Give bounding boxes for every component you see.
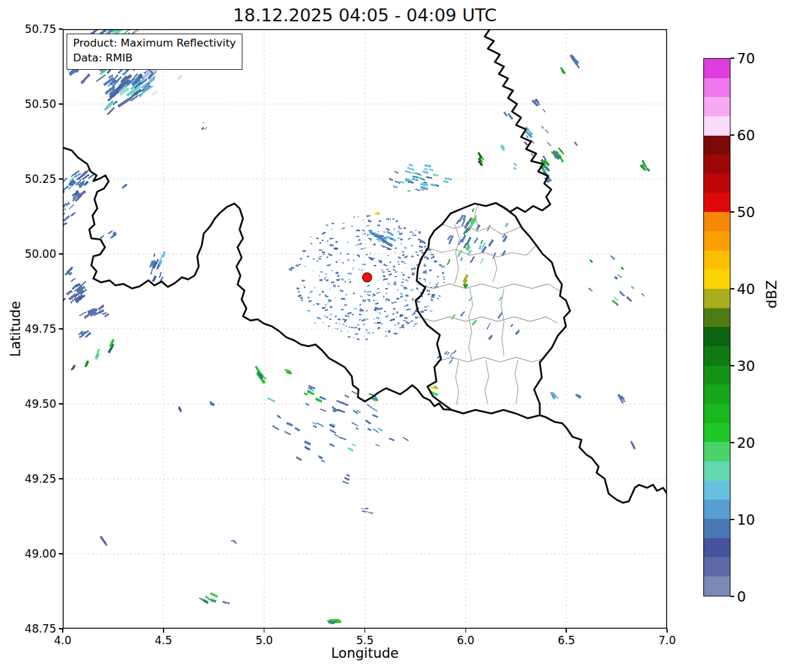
colorbar-band: [704, 78, 730, 98]
echo-cluster-nne-field: [389, 163, 452, 193]
grid-lines: [63, 29, 667, 629]
x-tick-label: 6.5: [558, 634, 575, 647]
border-path-regional: [501, 288, 504, 355]
colorbar-tick-mark: [730, 288, 734, 289]
echo-cluster-ne-right-689: [640, 160, 650, 172]
echo-cluster-dark-west-4: [71, 364, 76, 370]
y-tick-label: 49.00: [17, 547, 56, 560]
echo-cluster-left-edge-upper: [63, 169, 96, 202]
y-tick-label: 50.25: [17, 173, 56, 185]
border-path-regional: [456, 361, 459, 405]
border-path-regional: [442, 224, 522, 235]
border-path-national: [485, 29, 551, 212]
colorbar-band: [704, 116, 730, 136]
colorbar-band: [704, 289, 730, 308]
x-tick-label: 6.0: [457, 634, 474, 647]
echo-cluster-left-edge-upper2: [63, 202, 76, 227]
border-path-national: [540, 415, 667, 503]
colorbar-tick-label: 10: [737, 512, 755, 528]
echo-cluster-specks-543: [342, 474, 350, 484]
echo-cluster-left-specks: [78, 330, 91, 339]
echo-cluster-speck-470: [201, 121, 208, 130]
colorbar-band: [704, 212, 730, 231]
y-tick-mark: [59, 28, 63, 29]
radar-echoes: [63, 29, 650, 624]
colorbar-tick-label: 30: [737, 358, 755, 374]
colorbar-band: [704, 461, 730, 481]
product-info-line2: Data: RMIB: [73, 51, 236, 66]
colorbar-tick-mark: [730, 365, 734, 366]
y-tick-label: 49.25: [17, 472, 56, 485]
colorbar-tick-label: 20: [737, 435, 755, 451]
colorbar-tick-mark: [730, 596, 734, 596]
echo-cluster-speck-431: [122, 184, 127, 189]
echo-cluster-lux-yellow-cluster: [463, 275, 469, 289]
echo-cluster-streak-col-447: [149, 251, 166, 282]
echo-cluster-green-535-bottom: [327, 619, 341, 624]
echo-cluster-green-472-south: [199, 593, 218, 604]
radar-map-figure: 18.12.2025 04:05 - 04:09 UTC Product: Ma…: [0, 0, 788, 672]
colorbar-band: [704, 576, 730, 596]
colorbar-tick-label: 40: [737, 281, 755, 297]
colorbar-band: [704, 366, 730, 385]
product-info-line1: Product: Maximum Reflectivity: [73, 36, 236, 51]
echo-cluster-east-streak-678: [617, 394, 626, 404]
colorbar-band: [704, 499, 730, 519]
colorbar-band: [704, 384, 730, 404]
x-tick-label: 4.0: [54, 634, 71, 647]
colorbar-band: [704, 557, 730, 576]
y-tick-mark: [59, 253, 63, 254]
colorbar-tick-label: 60: [737, 127, 755, 143]
echo-cluster-specks-425: [100, 230, 117, 239]
colorbar-band: [704, 481, 730, 500]
y-tick-label: 50.75: [17, 23, 56, 36]
x-axis-label: Longitude: [63, 646, 667, 661]
x-tick-mark: [666, 629, 667, 633]
echo-cluster-ne-blue-636: [531, 98, 540, 107]
colorbar-band: [704, 97, 730, 116]
x-tick-label: 5.0: [255, 634, 273, 647]
colorbar-band: [704, 346, 730, 366]
echo-cluster-left-edge-lower: [63, 266, 87, 304]
border-path-regional: [493, 255, 496, 282]
y-tick-mark: [59, 403, 63, 404]
echo-cluster-ne-blue-654: [570, 54, 580, 68]
echo-cluster-yellow-speck: [375, 212, 379, 215]
echo-cluster-lone-683: [630, 441, 636, 450]
colorbar-band: [704, 423, 730, 443]
colorbar-band: [704, 154, 730, 174]
colorbar-band: [704, 136, 730, 155]
y-tick-mark: [59, 178, 63, 179]
x-tick-mark: [62, 629, 63, 633]
colorbar-tick-mark: [730, 211, 734, 212]
colorbar-tick-mark: [730, 58, 734, 58]
x-tick-label: 4.5: [154, 634, 172, 647]
y-tick-mark: [59, 103, 63, 104]
echo-cluster-green-west-3: [108, 339, 115, 353]
x-tick-mark: [365, 629, 365, 633]
echo-cluster-ne-green-648: [560, 67, 566, 74]
plot-title: 18.12.2025 04:05 - 04:09 UTC: [63, 5, 667, 25]
colorbar-tick-mark: [730, 442, 734, 443]
colorbar-tick-label: 70: [737, 50, 755, 67]
x-tick-label: 5.5: [356, 634, 374, 647]
echo-cluster-left-lower-row: [79, 304, 109, 319]
y-tick-label: 50.00: [17, 247, 56, 260]
echo-cluster-east-streak-643: [550, 392, 559, 399]
echo-cluster-ne-cyan-631: [525, 127, 533, 138]
border-path-national: [416, 203, 570, 418]
echo-cluster-dark-458: [178, 406, 182, 412]
echo-cluster-blue-474: [209, 401, 215, 406]
echo-cluster-east-field: [588, 255, 645, 306]
product-info-box: Product: Maximum Reflectivity Data: RMIB: [67, 34, 242, 70]
y-tick-mark: [59, 478, 63, 479]
colorbar-band: [704, 327, 730, 346]
colorbar-band: [704, 251, 730, 270]
y-tick-label: 50.50: [17, 98, 56, 110]
colorbar-tick-mark: [730, 519, 734, 520]
y-tick-mark: [59, 628, 63, 629]
y-tick-label: 48.75: [17, 622, 56, 635]
y-tick-label: 49.50: [17, 397, 56, 410]
y-tick-label: 49.75: [17, 322, 56, 335]
colorbar-band: [704, 174, 730, 193]
